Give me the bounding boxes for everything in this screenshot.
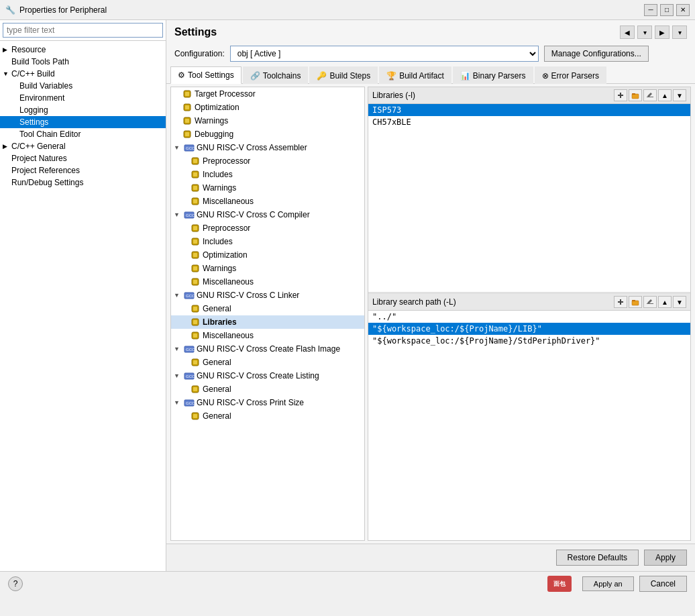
add-lib-button[interactable] xyxy=(614,89,627,101)
sidebar-item-resource[interactable]: ▶ Resource xyxy=(0,44,166,56)
tree-node-warnings[interactable]: Warnings xyxy=(171,114,364,127)
close-button[interactable]: ✕ xyxy=(676,4,690,16)
tree-node-label: Preprocessor xyxy=(203,223,250,233)
tree-node-label: General xyxy=(203,358,231,367)
tree-node-misc-1[interactable]: Miscellaneous xyxy=(171,195,364,208)
tree-node-libraries[interactable]: Libraries xyxy=(171,315,364,329)
window-title: Properties for Peripheral xyxy=(19,5,107,15)
add-folder-lib-button[interactable] xyxy=(629,89,642,101)
tree-node-general-print[interactable]: General xyxy=(171,409,364,423)
down-path-button[interactable]: ▼ xyxy=(673,296,686,308)
tree-node-misc-2[interactable]: Miscellaneous xyxy=(171,275,364,289)
tab-build-artifact[interactable]: 🏆 Build Artifact xyxy=(379,66,451,84)
tree-node-includes-1[interactable]: Includes xyxy=(171,168,364,181)
sidebar-item-label: Logging xyxy=(19,105,48,115)
svg-rect-52 xyxy=(632,94,639,99)
tree-node-optimization-2[interactable]: Optimization xyxy=(171,248,364,262)
back-button[interactable]: ◀ xyxy=(620,25,635,39)
manage-configurations-button[interactable]: Manage Configurations... xyxy=(544,46,649,62)
filter-input[interactable] xyxy=(3,23,163,38)
config-dropdown[interactable]: obj [ Active ] xyxy=(230,46,539,62)
add-folder-path-button[interactable] xyxy=(629,296,642,308)
tree-node-preprocessor-1[interactable]: Preprocessor xyxy=(171,154,364,168)
tool-icon: GCC xyxy=(184,209,195,220)
lib-item-ch57xble[interactable]: CH57xBLE xyxy=(368,116,690,128)
sidebar-item-cpp-build[interactable]: ▼ C/C++ Build xyxy=(0,68,166,80)
sidebar-item-label: Resource xyxy=(11,45,46,54)
apply-and-close-button[interactable]: Apply an xyxy=(582,576,634,591)
sidebar-item-project-references[interactable]: Project References xyxy=(0,164,166,176)
sidebar-item-build-variables[interactable]: Build Variables xyxy=(0,80,166,92)
sidebar-item-environment[interactable]: Environment xyxy=(0,92,166,104)
sidebar-item-tool-chain-editor[interactable]: Tool Chain Editor xyxy=(0,128,166,140)
path-item-stdperiph[interactable]: "${workspace_loc:/${ProjName}/StdPeriphD… xyxy=(368,335,690,347)
dropdown2-button[interactable]: ▾ xyxy=(672,25,687,39)
sidebar-item-run-debug[interactable]: Run/Debug Settings xyxy=(0,176,166,189)
sidebar-item-cpp-general[interactable]: ▶ C/C++ General xyxy=(0,140,166,152)
down-lib-button[interactable]: ▼ xyxy=(673,89,686,101)
tab-toolchains[interactable]: 🔗 Toolchains xyxy=(243,66,309,84)
sidebar-item-project-natures[interactable]: Project Natures xyxy=(0,152,166,164)
tree-node-gnu-assembler[interactable]: ▼ GCC GNU RISC-V Cross Assembler xyxy=(171,141,364,154)
maximize-button[interactable]: □ xyxy=(660,4,674,16)
tree-node-warnings-2[interactable]: Warnings xyxy=(171,262,364,275)
libraries-title: Libraries (-l) xyxy=(372,91,415,100)
edit-lib-button[interactable] xyxy=(643,89,657,101)
edit-path-button[interactable] xyxy=(643,296,657,308)
svg-text:GCC: GCC xyxy=(186,213,195,217)
tree-node-target-processor[interactable]: Target Processor xyxy=(171,87,364,101)
svg-text:GCC: GCC xyxy=(186,294,195,298)
help-button[interactable]: ? xyxy=(8,576,23,591)
tree-node-general-listing[interactable]: General xyxy=(171,382,364,396)
tree-node-warnings-1[interactable]: Warnings xyxy=(171,181,364,195)
tree-node-gnu-c-compiler[interactable]: ▼ GCC GNU RISC-V Cross C Compiler xyxy=(171,208,364,221)
svg-rect-51 xyxy=(620,93,621,98)
build-artifact-icon: 🏆 xyxy=(386,71,396,81)
tree-node-misc-linker[interactable]: Miscellaneous xyxy=(171,329,364,342)
library-search-section: Library search path (-L) xyxy=(368,294,690,540)
tree-node-general-linker[interactable]: General xyxy=(171,302,364,315)
tree-node-includes-2[interactable]: Includes xyxy=(171,235,364,248)
sidebar-item-build-tools-path[interactable]: Build Tools Path xyxy=(0,56,166,68)
cancel-button[interactable]: Cancel xyxy=(639,576,687,592)
tab-tool-settings[interactable]: ⚙ Tool Settings xyxy=(170,66,242,84)
svg-rect-7 xyxy=(185,132,189,136)
library-search-toolbar: ▲ ▼ xyxy=(614,296,686,308)
path-item-dotdot[interactable]: "../" xyxy=(368,311,690,323)
tab-binary-parsers[interactable]: 📊 Binary Parsers xyxy=(453,66,533,84)
add-path-button[interactable] xyxy=(614,296,627,308)
sidebar-item-label: Environment xyxy=(19,93,64,103)
tree-node-gnu-listing[interactable]: ▼ GCC GNU RISC-V Cross Create Listing xyxy=(171,369,364,382)
up-lib-button[interactable]: ▲ xyxy=(658,89,672,101)
sidebar-item-settings[interactable]: Settings xyxy=(0,116,166,128)
up-path-button[interactable]: ▲ xyxy=(658,296,672,308)
tree-node-debugging[interactable]: Debugging xyxy=(171,127,364,141)
tool-icon: GCC xyxy=(184,142,195,153)
tree-node-gnu-print[interactable]: ▼ GCC GNU RISC-V Cross Print Size xyxy=(171,396,364,409)
tree-node-preprocessor-2[interactable]: Preprocessor xyxy=(171,221,364,235)
bottom-bar: Restore Defaults Apply xyxy=(166,544,695,571)
svg-rect-3 xyxy=(185,105,189,109)
tool-settings-icon xyxy=(190,357,201,368)
tree-node-gnu-c-linker[interactable]: ▼ GCC GNU RISC-V Cross C Linker xyxy=(171,289,364,302)
sidebar-item-logging[interactable]: Logging xyxy=(0,104,166,116)
tree-node-general-flash[interactable]: General xyxy=(171,356,364,369)
apply-button[interactable]: Apply xyxy=(644,550,687,566)
lib-item-isp573[interactable]: ISP573 xyxy=(368,104,690,116)
tree-node-optimization[interactable]: Optimization xyxy=(171,101,364,114)
restore-defaults-button[interactable]: Restore Defaults xyxy=(556,550,639,566)
tab-error-parsers[interactable]: ⊗ Error Parsers xyxy=(535,66,606,84)
tree-node-label: Optimization xyxy=(195,103,239,112)
tree-node-label: GNU RISC-V Cross Assembler xyxy=(197,143,307,152)
tab-build-steps[interactable]: 🔑 Build Steps xyxy=(309,66,378,84)
settings-content: Target Processor Optimization Warnings D… xyxy=(166,84,695,544)
path-item-projlib[interactable]: "${workspace_loc:/${ProjName}/LIB}" xyxy=(368,323,690,335)
minimize-button[interactable]: ─ xyxy=(644,4,657,16)
tree-node-label: Libraries xyxy=(203,317,237,327)
expand-arrow: ▼ xyxy=(174,372,182,379)
build-steps-icon: 🔑 xyxy=(317,71,327,81)
dropdown-button[interactable]: ▾ xyxy=(637,25,652,39)
forward-button[interactable]: ▶ xyxy=(655,25,670,39)
expand-arrow: ▶ xyxy=(3,143,9,150)
tree-node-gnu-flash[interactable]: ▼ GCC GNU RISC-V Cross Create Flash Imag… xyxy=(171,342,364,356)
